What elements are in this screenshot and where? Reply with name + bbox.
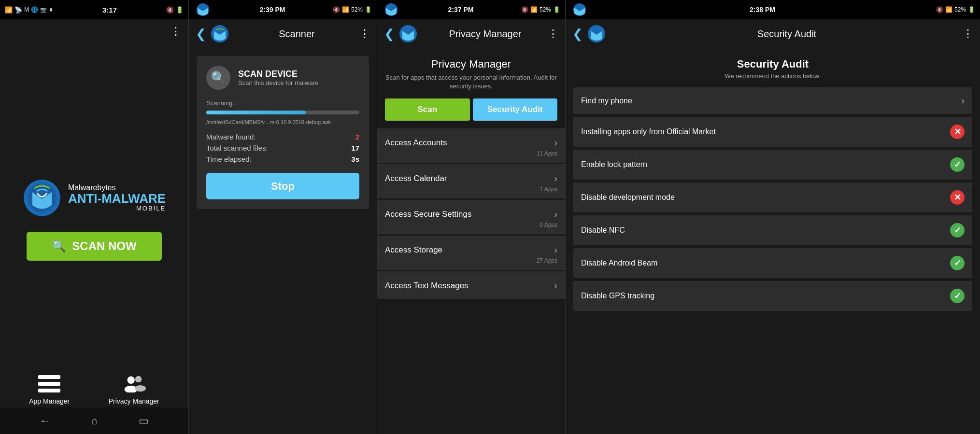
time-elapsed-value: 3s — [351, 155, 359, 163]
total-scanned-value: 17 — [351, 144, 359, 152]
app-manager-nav[interactable]: App Manager — [29, 374, 70, 405]
access-accounts-label: Access Accounts — [385, 138, 447, 148]
sa-audit-list: Find my phone › Installing apps only fro… — [566, 87, 980, 434]
privacy-manager-icon — [122, 374, 146, 393]
list-item[interactable]: Access Calendar › 1 Apps — [377, 164, 565, 198]
status-right-icons: 🔇 🔋 — [166, 6, 184, 14]
browser-icon: 🌐 — [31, 6, 38, 13]
find-my-phone-label: Find my phone — [581, 97, 632, 105]
tab-security-audit[interactable]: Security Audit — [473, 98, 558, 121]
sa-logo-icon-bar — [587, 24, 606, 43]
svg-rect-2 — [38, 375, 60, 379]
scanner-more-button[interactable]: ⋮ — [359, 28, 370, 40]
sa-mute-icon: 🔇 — [936, 6, 943, 13]
access-secure-settings-row: Access Secure Settings › — [385, 209, 557, 220]
scan-stats: Malware found: 2 Total scanned files: 17… — [206, 133, 359, 163]
scan-device-subtitle: Scan this device for malware — [238, 79, 318, 86]
nfc-label: Disable NFC — [581, 226, 625, 235]
download-icon: ⬇ — [49, 7, 53, 13]
product-name: ANTI-MALWARE — [68, 192, 166, 205]
sa-back-button[interactable]: ❮ — [572, 27, 583, 42]
scan-now-button[interactable]: 🔍 SCAN NOW — [27, 232, 162, 261]
privacy-manager-nav[interactable]: Privacy Manager — [109, 374, 159, 405]
list-item[interactable]: Access Secure Settings › 0 Apps — [377, 200, 565, 234]
malwarebytes-logo-icon — [23, 179, 61, 217]
pm-tabs: Scan Security Audit — [385, 98, 557, 121]
audit-item-find-my-phone[interactable]: Find my phone › — [573, 87, 972, 114]
sa-battery: 52% — [954, 6, 966, 13]
pm-back-button[interactable]: ❮ — [384, 27, 395, 42]
list-item[interactable]: Access Storage › 27 Apps — [377, 236, 565, 270]
time-elapsed-row: Time elapsed: 3s — [206, 155, 359, 163]
pm-title-bar: Privacy Manager — [423, 28, 548, 40]
svg-point-8 — [135, 385, 146, 392]
scan-device-header: 🔍 SCAN DEVICE Scan this device for malwa… — [206, 66, 359, 90]
total-scanned-row: Total scanned files: 17 — [206, 144, 359, 152]
product-sub: MOBILE — [68, 205, 166, 212]
tab-scan[interactable]: Scan — [385, 98, 470, 121]
access-text-messages-count — [385, 291, 557, 295]
more-menu-button[interactable]: ⋮ — [170, 25, 182, 38]
access-calendar-count: 1 Apps — [385, 184, 557, 195]
dev-mode-error-icon: ✕ — [950, 190, 965, 205]
lock-pattern-label: Enable lock pattern — [581, 160, 647, 169]
android-beam-label: Disable Android Beam — [581, 259, 657, 267]
panel-privacy-manager: 2:37 PM 🔇 📶 52% 🔋 ❮ Privacy Manager ⋮ Pr… — [377, 0, 565, 434]
audit-item-android-beam[interactable]: Disable Android Beam ✓ — [573, 248, 972, 278]
pm-time: 2:37 PM — [448, 6, 474, 14]
app-manager-icon — [37, 374, 61, 393]
scan-device-info: SCAN DEVICE Scan this device for malware — [238, 69, 318, 86]
mute-icon: 🔇 — [166, 6, 174, 14]
access-secure-settings-label: Access Secure Settings — [385, 210, 472, 219]
pm-main-subtitle: Scan for apps that access your personal … — [385, 73, 557, 91]
sa-wifi-icon: 📶 — [945, 6, 952, 13]
pm-more-button[interactable]: ⋮ — [548, 28, 558, 40]
svg-rect-4 — [38, 389, 60, 392]
dev-mode-label: Disable development mode — [581, 193, 675, 202]
pm-battery: 52% — [540, 6, 551, 13]
back-button[interactable]: ← — [40, 415, 50, 427]
sa-status-right: 🔇 📶 52% 🔋 — [936, 6, 975, 13]
android-signal-icon: 📶 — [5, 6, 13, 14]
scanner-battery-icon: 🔋 — [365, 6, 372, 13]
bottom-nav: App Manager Privacy Manager — [0, 374, 188, 405]
audit-item-official-market[interactable]: Installing apps only from Official Marke… — [573, 117, 972, 147]
app-manager-label: App Manager — [29, 397, 70, 405]
pm-mute-icon: 🔇 — [521, 6, 528, 13]
sa-main-subtitle: We recommend the actions below: — [573, 72, 972, 80]
stop-button[interactable]: Stop — [206, 173, 359, 199]
scanning-status-label: Scanning... — [206, 99, 359, 107]
list-item[interactable]: Access Accounts › 11 Apps — [377, 128, 565, 163]
panel-scanner: 2:39 PM 🔇 📶 52% 🔋 ❮ Scanner ⋮ 🔍 SCAN DEV… — [188, 0, 377, 434]
list-item[interactable]: Access Text Messages › — [377, 271, 565, 299]
pm-logo-icon-bar — [398, 24, 418, 43]
android-beam-ok-icon: ✓ — [950, 256, 965, 270]
scan-device-title: SCAN DEVICE — [238, 69, 318, 79]
lock-pattern-right: ✓ — [950, 157, 965, 172]
lock-pattern-ok-icon: ✓ — [950, 157, 965, 172]
access-calendar-row: Access Calendar › — [385, 173, 557, 184]
audit-item-dev-mode[interactable]: Disable development mode ✕ — [573, 182, 972, 212]
malware-found-label: Malware found: — [206, 133, 256, 141]
audit-item-gps[interactable]: Disable GPS tracking ✓ — [573, 281, 972, 311]
audit-item-lock-pattern[interactable]: Enable lock pattern ✓ — [573, 150, 972, 180]
access-accounts-count: 11 Apps — [385, 148, 557, 159]
sa-more-button[interactable]: ⋮ — [963, 28, 973, 40]
access-accounts-row: Access Accounts › — [385, 137, 557, 148]
search-icon: 🔍 — [52, 239, 66, 253]
logo-text-area: Malwarebytes ANTI-MALWARE MOBILE — [68, 183, 166, 212]
scanner-back-button[interactable]: ❮ — [196, 27, 206, 42]
home-button[interactable]: ⌂ — [91, 415, 98, 427]
scanner-title: Scanner — [234, 28, 359, 40]
camera-icon: 📷 — [40, 7, 47, 13]
scanner-app-bar: ❮ Scanner ⋮ — [189, 19, 377, 48]
access-secure-settings-count: 0 Apps — [385, 220, 557, 230]
official-market-label: Installing apps only from Official Marke… — [581, 127, 716, 136]
scanner-logo-icon — [210, 24, 229, 43]
android-beam-right: ✓ — [950, 256, 965, 270]
main-time: 3:17 — [102, 6, 117, 14]
nfc-right: ✓ — [950, 223, 965, 238]
audit-item-nfc[interactable]: Disable NFC ✓ — [573, 215, 972, 245]
access-accounts-chevron: › — [554, 137, 557, 148]
recents-button[interactable]: ▭ — [139, 415, 149, 427]
